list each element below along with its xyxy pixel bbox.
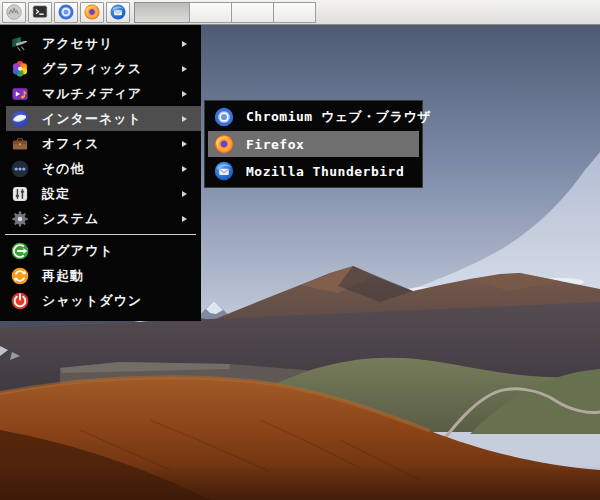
menu-item-label: システム: [42, 210, 182, 228]
internet-submenu: Chromium ウェブ・ブラウザ Firefox Mozilla Thunde…: [204, 100, 423, 188]
menu-item-system[interactable]: システム: [0, 206, 201, 231]
terminal-launcher-button[interactable]: [28, 2, 52, 23]
pager-desktop-2[interactable]: [189, 2, 232, 23]
submenu-arrow-icon: [182, 216, 187, 222]
firefox-icon: [83, 3, 101, 21]
firefox-launcher-button[interactable]: [80, 2, 104, 23]
desktop-pager: [134, 2, 316, 23]
submenu-arrow-icon: [182, 166, 187, 172]
chromium-icon: [57, 3, 75, 21]
menu-item-label: オフィス: [42, 135, 182, 153]
menu-item-label: 設定: [42, 185, 182, 203]
menu-item-shutdown[interactable]: シャットダウン: [0, 288, 201, 313]
menu-item-label: アクセサリ: [42, 35, 182, 53]
terminal-icon: [31, 3, 49, 21]
submenu-arrow-icon: [182, 191, 187, 197]
multimedia-icon: [10, 84, 30, 104]
submenu-arrow-icon: [182, 66, 187, 72]
pager-desktop-3[interactable]: [231, 2, 274, 23]
submenu-item-label: Firefox: [246, 137, 304, 152]
menu-item-restart[interactable]: 再起動: [0, 263, 201, 288]
menu-item-office[interactable]: オフィス: [0, 131, 201, 156]
graphics-icon: [10, 59, 30, 79]
menu-item-label: インターネット: [42, 110, 182, 128]
submenu-item-firefox[interactable]: Firefox: [208, 131, 419, 157]
taskbar: [0, 0, 600, 25]
thunderbird-icon: [213, 160, 235, 182]
menu-item-accessories[interactable]: アクセサリ: [0, 31, 201, 56]
application-menu: アクセサリ グラフィックス マルチメディア インターネット オフィス その他: [0, 25, 201, 321]
menu-item-other[interactable]: その他: [0, 156, 201, 181]
menu-item-label: シャットダウン: [42, 292, 187, 310]
menu-item-label: ログアウト: [42, 242, 187, 260]
submenu-arrow-icon: [182, 141, 187, 147]
internet-icon: [10, 109, 30, 129]
shutdown-icon: [10, 291, 30, 311]
menu-item-label: グラフィックス: [42, 60, 182, 78]
submenu-arrow-icon: [182, 116, 187, 122]
menu-item-graphics[interactable]: グラフィックス: [0, 56, 201, 81]
menu-item-logout[interactable]: ログアウト: [0, 238, 201, 263]
submenu-item-label: Chromium ウェブ・ブラウザ: [246, 108, 431, 126]
menu-item-label: マルチメディア: [42, 85, 182, 103]
firefox-icon: [213, 133, 235, 155]
submenu-arrow-icon: [182, 41, 187, 47]
office-icon: [10, 134, 30, 154]
settings-icon: [10, 184, 30, 204]
desktop: アクセサリ グラフィックス マルチメディア インターネット オフィス その他: [0, 0, 600, 500]
pager-desktop-4[interactable]: [273, 2, 316, 23]
thunderbird-icon: [109, 3, 127, 21]
submenu-arrow-icon: [182, 91, 187, 97]
other-icon: [10, 159, 30, 179]
system-icon: [10, 209, 30, 229]
menu-item-multimedia[interactable]: マルチメディア: [0, 81, 201, 106]
menu-item-settings[interactable]: 設定: [0, 181, 201, 206]
chromium-icon: [213, 106, 235, 128]
submenu-item-thunderbird[interactable]: Mozilla Thunderbird: [208, 158, 419, 184]
menu-launcher-button[interactable]: [2, 2, 26, 23]
accessories-icon: [10, 34, 30, 54]
thunderbird-launcher-button[interactable]: [106, 2, 130, 23]
menu-item-label: その他: [42, 160, 182, 178]
submenu-item-chromium[interactable]: Chromium ウェブ・ブラウザ: [208, 104, 419, 130]
chromium-launcher-button[interactable]: [54, 2, 78, 23]
submenu-item-label: Mozilla Thunderbird: [246, 164, 404, 179]
pager-desktop-1[interactable]: [134, 2, 190, 23]
logout-icon: [10, 241, 30, 261]
menu-separator: [5, 234, 196, 235]
restart-icon: [10, 266, 30, 286]
app-menu-icon: [5, 3, 23, 21]
menu-item-label: 再起動: [42, 267, 187, 285]
menu-item-internet[interactable]: インターネット: [6, 106, 201, 131]
